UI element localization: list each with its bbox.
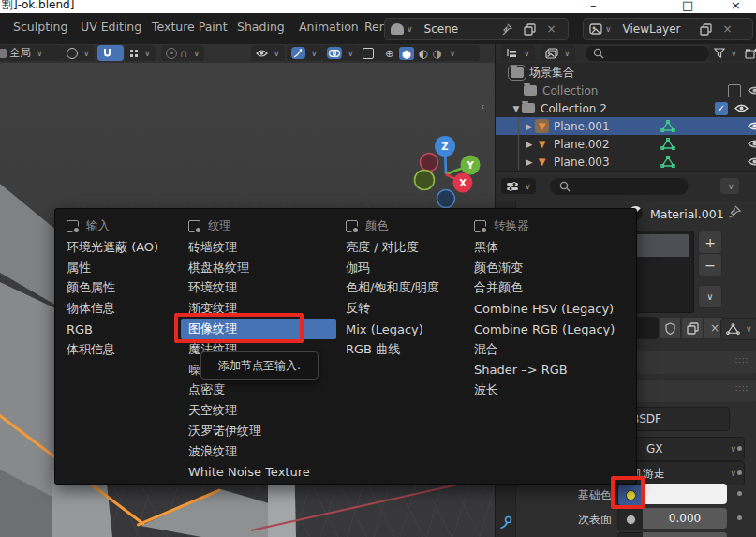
snap-toggle[interactable] (97, 45, 124, 61)
proportional-edit-toggle[interactable]: ∩∨ (161, 45, 204, 61)
pin-icon[interactable] (728, 205, 741, 218)
display-mode-dropdown[interactable]: ∨ (501, 45, 535, 61)
menu-item[interactable]: 反转 (338, 298, 464, 319)
menu-item[interactable]: RGB (59, 319, 179, 339)
eye-icon[interactable] (748, 139, 756, 149)
viewlayer-icon[interactable]: ∨ (584, 19, 617, 39)
remove-slot-button[interactable]: − (698, 253, 722, 276)
collapse-caret-icon[interactable]: ▶ (524, 157, 535, 167)
viewlayer-name[interactable]: ViewLayer (617, 19, 694, 39)
outliner-row-collection[interactable]: Collection (496, 82, 756, 99)
physics-tab-icon[interactable] (499, 515, 513, 530)
fake-user-shield-icon[interactable] (659, 317, 681, 339)
tab-uv-editing[interactable]: UV Editing (81, 20, 141, 34)
menu-item[interactable]: Combine RGB (Legacy) (467, 319, 631, 339)
menu-item[interactable]: 波浪纹理 (181, 441, 336, 462)
menu-item[interactable]: 波长 (467, 380, 631, 401)
tab-texture-paint[interactable]: Texture Paint (152, 20, 228, 34)
minimize-button[interactable]: – (590, 0, 597, 12)
expand-caret-icon[interactable]: ▼ (511, 104, 522, 113)
gizmos-dropdown[interactable]: ∨ (251, 45, 285, 61)
menu-item[interactable]: 物体信息 (59, 298, 179, 319)
snap-with-dropdown[interactable]: ∨ (125, 45, 156, 61)
solid-shading-icon[interactable]: ● (399, 47, 414, 60)
menu-item[interactable]: 伽玛 (338, 258, 464, 278)
material-shading-icon[interactable]: ◐ (419, 47, 428, 60)
render-passes-icon[interactable] (358, 45, 382, 61)
pivot-point-dropdown[interactable]: ∨ (62, 45, 95, 61)
rendered-shading-icon[interactable]: ◑ (433, 47, 442, 60)
menu-item[interactable]: 黑体 (467, 237, 631, 258)
shading-dropdown-icon[interactable]: ∨ (450, 49, 456, 58)
tab-animation[interactable]: Animation (299, 20, 359, 34)
new-collection-button[interactable] (740, 45, 756, 61)
menu-item[interactable]: Mix (Legacy) (338, 319, 464, 339)
animate-dot[interactable] (737, 446, 742, 451)
menu-item[interactable]: 体积信息 (59, 339, 179, 360)
viewlayer-selector[interactable]: ∨ ViewLayer × (583, 18, 753, 40)
menu-item[interactable]: 颜色渐变 (467, 258, 631, 278)
animate-dot[interactable] (737, 515, 742, 520)
eye-icon[interactable] (748, 157, 756, 167)
tab-shading[interactable]: Shading (237, 20, 285, 34)
menu-item[interactable]: 颜色属性 (59, 278, 179, 299)
outliner-filter-id-dropdown[interactable]: ∨ (541, 45, 575, 61)
navigation-gizmo[interactable]: Z Y X (405, 98, 491, 209)
properties-options-dropdown[interactable]: ∨ (720, 178, 739, 194)
scene-name[interactable]: Scene (419, 19, 496, 39)
outliner-row-scene-collection[interactable]: 场景集合 (496, 64, 756, 82)
menu-item[interactable]: 属性 (59, 258, 179, 278)
outliner-row-plane002[interactable]: ▶ ▼ Plane.002 (496, 135, 756, 153)
slot-specials-dropdown[interactable]: ∨ (698, 285, 722, 308)
collection-checkbox[interactable] (728, 84, 741, 97)
viewlayer-copy-icon[interactable] (694, 19, 718, 39)
scene-collection-label[interactable]: 场景集合 (529, 65, 574, 81)
menu-item[interactable]: 色相/饱和度/明度 (338, 278, 464, 299)
collapse-caret-icon[interactable]: ▶ (524, 122, 535, 131)
scene-unlink-icon[interactable]: × (541, 19, 562, 39)
outliner-row-collection2[interactable]: ▼ Collection 2 ✓ (496, 99, 756, 117)
collection2-checkbox[interactable]: ✓ (715, 102, 728, 115)
menu-item[interactable]: RGB 曲线 (338, 339, 464, 360)
close-button[interactable]: × (731, 0, 741, 12)
menu-item[interactable]: 点密度 (181, 380, 336, 401)
add-slot-button[interactable]: + (698, 231, 722, 254)
properties-search-input[interactable] (550, 178, 689, 195)
scene-icon[interactable]: ∨ (385, 19, 419, 39)
subsurface-value-field[interactable]: 0.000 (643, 508, 727, 529)
base-color-swatch[interactable] (643, 484, 727, 504)
menu-item[interactable]: 棋盘格纹理 (181, 258, 336, 278)
menu-item[interactable]: 天空纹理 (181, 400, 336, 421)
outliner-row-plane001[interactable]: ▶ ▼ Plane.001 (496, 117, 756, 135)
menu-item[interactable]: Shader –> RGB (467, 360, 631, 380)
menu-item[interactable]: Combine HSV (Legacy) (467, 298, 631, 319)
eye-icon[interactable] (748, 121, 756, 131)
overlays-dropdown[interactable]: ∨ (287, 45, 322, 61)
tab-sculpting[interactable]: Sculpting (13, 20, 67, 34)
collapse-caret-icon[interactable]: ▶ (524, 140, 535, 149)
viewlayer-remove-icon[interactable]: × (718, 19, 738, 39)
xray-dropdown[interactable]: ∨ (322, 45, 359, 61)
eye-icon[interactable] (734, 103, 749, 113)
outliner-row-plane003[interactable]: ▶ ▼ Plane.003 (496, 153, 756, 171)
copy-icon[interactable] (681, 317, 704, 339)
panel-grip-icon[interactable]: ········ (735, 386, 749, 394)
eye-icon[interactable] (748, 85, 756, 96)
outliner-search-input[interactable] (586, 46, 709, 61)
maximize-button[interactable]: □ (682, 0, 693, 12)
menu-item[interactable]: 亮度 / 对比度 (338, 237, 464, 258)
transform-orientation-dropdown[interactable]: 全局∨ (0, 45, 62, 61)
menu-item[interactable]: 环境光遮蔽 (AO) (59, 237, 179, 258)
menu-item[interactable]: 环境纹理 (181, 278, 336, 299)
menu-item[interactable]: White Noise Texture (181, 462, 336, 483)
subsurface-radius-field[interactable]: 1.000 (643, 532, 727, 537)
wireframe-shading-icon[interactable]: ⊕ (385, 47, 394, 60)
animate-dot[interactable] (737, 470, 742, 475)
menu-item[interactable]: 合并颜色 (467, 278, 631, 299)
pin-icon[interactable] (496, 19, 518, 39)
subsurface-socket-button[interactable] (617, 508, 644, 530)
outliner-filter-dropdown[interactable]: ∨ (709, 45, 742, 61)
node-tree-dropdown[interactable]: ∨ (720, 318, 756, 340)
menu-item[interactable]: 沃罗诺伊纹理 (181, 421, 336, 441)
menu-item[interactable]: 混合 (467, 339, 631, 360)
